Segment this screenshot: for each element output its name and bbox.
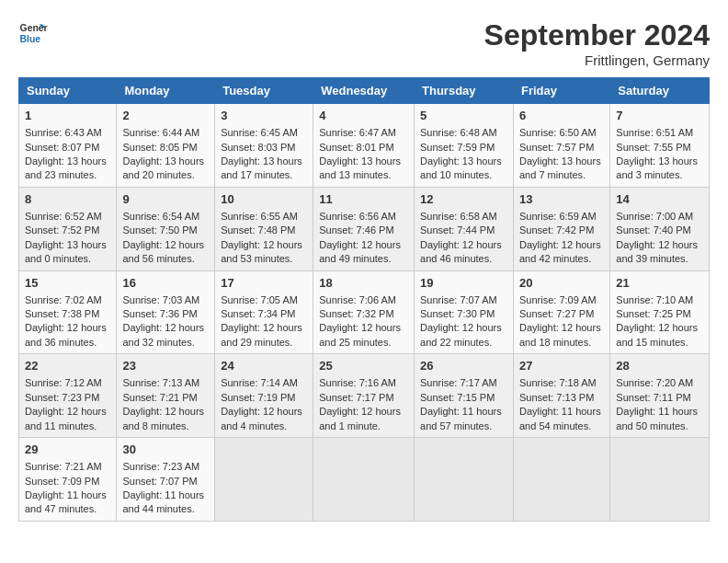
day-info: Daylight: 12 hours xyxy=(319,405,408,419)
day-number: 6 xyxy=(519,108,604,124)
day-info: and 42 minutes. xyxy=(519,252,604,266)
calendar-cell: 19Sunrise: 7:07 AMSunset: 7:30 PMDayligh… xyxy=(415,270,514,354)
day-number: 8 xyxy=(25,191,110,208)
day-info: and 47 minutes. xyxy=(25,502,110,516)
day-info: Daylight: 12 hours xyxy=(122,405,209,419)
calendar-cell: 2Sunrise: 6:44 AMSunset: 8:05 PMDaylight… xyxy=(117,104,215,188)
calendar-cell: 23Sunrise: 7:13 AMSunset: 7:21 PMDayligh… xyxy=(117,354,215,438)
day-info: Daylight: 13 hours xyxy=(519,155,604,168)
calendar-cell: 22Sunrise: 7:12 AMSunset: 7:23 PMDayligh… xyxy=(19,354,117,438)
day-info: and 29 minutes. xyxy=(221,336,307,350)
day-number: 26 xyxy=(420,358,507,374)
day-info: and 50 minutes. xyxy=(616,419,703,433)
day-number: 7 xyxy=(616,108,703,124)
day-number: 25 xyxy=(319,358,408,374)
page-header: General Blue September 2024 Frittlingen,… xyxy=(18,18,710,68)
day-info: Sunrise: 6:43 AM xyxy=(25,126,110,140)
day-number: 14 xyxy=(616,191,703,208)
calendar-cell: 16Sunrise: 7:03 AMSunset: 7:36 PMDayligh… xyxy=(117,270,215,354)
day-info: Sunrise: 6:58 AM xyxy=(420,210,507,224)
calendar-cell: 20Sunrise: 7:09 AMSunset: 7:27 PMDayligh… xyxy=(513,270,609,354)
day-info: Sunset: 7:46 PM xyxy=(319,224,408,237)
day-info: and 44 minutes. xyxy=(122,502,209,516)
calendar-cell: 4Sunrise: 6:47 AMSunset: 8:01 PMDaylight… xyxy=(313,104,415,188)
day-info: Sunset: 7:48 PM xyxy=(221,224,307,237)
day-info: Sunrise: 6:56 AM xyxy=(319,210,408,224)
day-info: Sunset: 7:19 PM xyxy=(221,391,307,405)
day-info: Sunset: 8:07 PM xyxy=(25,141,110,155)
col-header-friday: Friday xyxy=(513,78,609,104)
day-info: Daylight: 11 hours xyxy=(25,488,110,502)
day-info: Sunset: 8:05 PM xyxy=(122,141,209,155)
day-info: and 8 minutes. xyxy=(122,419,209,433)
day-info: Sunset: 7:15 PM xyxy=(420,391,507,405)
day-info: Daylight: 12 hours xyxy=(25,405,110,419)
day-info: and 17 minutes. xyxy=(221,168,307,182)
calendar-week-2: 8Sunrise: 6:52 AMSunset: 7:52 PMDaylight… xyxy=(19,187,710,270)
day-info: Sunset: 7:09 PM xyxy=(25,475,110,488)
day-number: 15 xyxy=(25,275,110,292)
day-info: and 46 minutes. xyxy=(420,252,507,266)
day-info: Sunrise: 7:14 AM xyxy=(221,376,307,390)
day-info: Sunset: 7:40 PM xyxy=(616,224,703,237)
svg-text:General: General xyxy=(20,23,48,33)
day-info: Sunset: 7:59 PM xyxy=(420,141,507,155)
day-info: and 15 minutes. xyxy=(616,336,703,350)
calendar-cell xyxy=(313,438,415,522)
day-info: Daylight: 11 hours xyxy=(122,488,209,502)
calendar-cell: 11Sunrise: 6:56 AMSunset: 7:46 PMDayligh… xyxy=(313,187,415,270)
day-info: Sunrise: 7:10 AM xyxy=(616,293,703,307)
day-info: Sunrise: 6:45 AM xyxy=(221,126,307,140)
calendar-cell: 21Sunrise: 7:10 AMSunset: 7:25 PMDayligh… xyxy=(610,270,710,354)
day-number: 30 xyxy=(122,442,209,458)
day-info: and 53 minutes. xyxy=(221,252,307,266)
day-info: Daylight: 12 hours xyxy=(319,321,408,335)
day-info: and 1 minute. xyxy=(319,419,408,433)
logo-icon: General Blue xyxy=(18,18,48,48)
day-number: 10 xyxy=(221,191,307,208)
day-info: Sunset: 7:52 PM xyxy=(25,224,110,237)
day-info: Sunset: 8:01 PM xyxy=(319,141,408,155)
calendar-cell: 14Sunrise: 7:00 AMSunset: 7:40 PMDayligh… xyxy=(610,187,710,270)
day-info: Sunrise: 7:20 AM xyxy=(616,376,703,390)
calendar-cell: 26Sunrise: 7:17 AMSunset: 7:15 PMDayligh… xyxy=(415,354,514,438)
day-info: Sunrise: 6:59 AM xyxy=(519,210,604,224)
day-info: Daylight: 12 hours xyxy=(420,321,507,335)
calendar-cell xyxy=(610,438,710,522)
day-info: and 7 minutes. xyxy=(519,168,604,182)
day-info: Daylight: 12 hours xyxy=(616,321,703,335)
month-title: September 2024 xyxy=(484,18,710,52)
day-info: Daylight: 12 hours xyxy=(221,321,307,335)
calendar-week-4: 22Sunrise: 7:12 AMSunset: 7:23 PMDayligh… xyxy=(19,354,710,438)
day-info: Daylight: 11 hours xyxy=(519,405,604,419)
location: Frittlingen, Germany xyxy=(484,52,710,68)
day-info: and 39 minutes. xyxy=(616,252,703,266)
day-info: Daylight: 12 hours xyxy=(319,238,408,252)
calendar-cell: 1Sunrise: 6:43 AMSunset: 8:07 PMDaylight… xyxy=(19,104,117,188)
day-info: Daylight: 12 hours xyxy=(122,238,209,252)
day-info: Daylight: 12 hours xyxy=(221,405,307,419)
day-info: Daylight: 13 hours xyxy=(420,155,507,168)
calendar-header: SundayMondayTuesdayWednesdayThursdayFrid… xyxy=(19,78,710,104)
calendar-cell: 13Sunrise: 6:59 AMSunset: 7:42 PMDayligh… xyxy=(513,187,609,270)
day-info: and 18 minutes. xyxy=(519,336,604,350)
day-info: Sunrise: 7:00 AM xyxy=(616,210,703,224)
day-number: 13 xyxy=(519,191,604,208)
day-info: Sunset: 7:17 PM xyxy=(319,391,408,405)
col-header-thursday: Thursday xyxy=(415,78,514,104)
day-info: Sunrise: 7:17 AM xyxy=(420,376,507,390)
day-info: Daylight: 11 hours xyxy=(420,405,507,419)
day-info: Sunset: 7:30 PM xyxy=(420,307,507,321)
day-info: Sunset: 7:32 PM xyxy=(319,307,408,321)
day-info: Sunrise: 6:44 AM xyxy=(122,126,209,140)
calendar-cell xyxy=(415,438,514,522)
col-header-tuesday: Tuesday xyxy=(215,78,313,104)
logo: General Blue xyxy=(18,18,48,48)
day-info: Sunrise: 7:06 AM xyxy=(319,293,408,307)
day-info: and 32 minutes. xyxy=(122,336,209,350)
day-info: Sunrise: 6:47 AM xyxy=(319,126,408,140)
calendar-cell: 8Sunrise: 6:52 AMSunset: 7:52 PMDaylight… xyxy=(19,187,117,270)
day-info: Sunrise: 6:54 AM xyxy=(122,210,209,224)
day-number: 20 xyxy=(519,275,604,292)
day-info: Sunrise: 6:50 AM xyxy=(519,126,604,140)
